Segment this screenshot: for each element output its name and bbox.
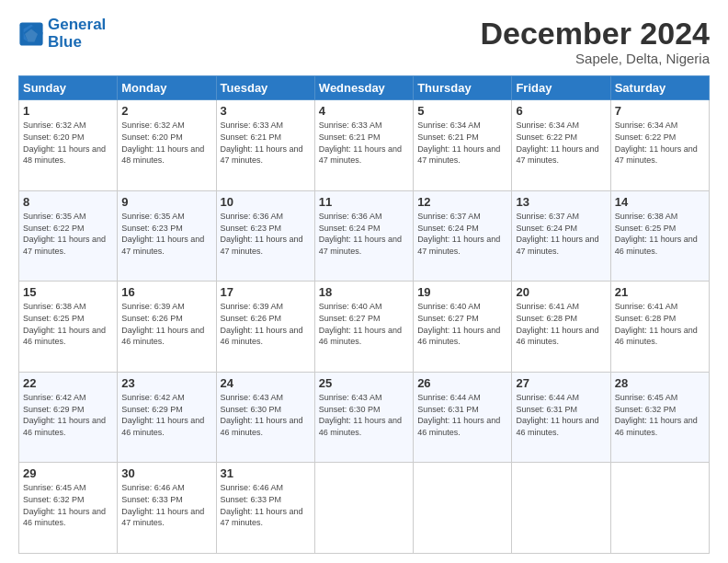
day-number: 14	[615, 195, 705, 209]
day-number: 22	[23, 376, 113, 390]
calendar-cell: 16Sunrise: 6:39 AMSunset: 6:26 PMDayligh…	[118, 282, 216, 373]
calendar-cell: 31Sunrise: 6:46 AMSunset: 6:33 PMDayligh…	[216, 463, 314, 554]
day-number: 13	[516, 195, 606, 209]
title-block: December 2024 Sapele, Delta, Nigeria	[480, 17, 710, 66]
day-number: 3	[221, 104, 311, 118]
calendar-cell: 29Sunrise: 6:45 AMSunset: 6:32 PMDayligh…	[19, 463, 118, 554]
calendar-cell: 13Sunrise: 6:37 AMSunset: 6:24 PMDayligh…	[512, 190, 610, 282]
day-info: Sunrise: 6:33 AMSunset: 6:21 PMDaylight:…	[221, 120, 311, 166]
calendar-cell: 23Sunrise: 6:42 AMSunset: 6:29 PMDayligh…	[118, 372, 216, 463]
calendar-cell: 22Sunrise: 6:42 AMSunset: 6:29 PMDayligh…	[19, 372, 118, 463]
calendar-cell: 14Sunrise: 6:38 AMSunset: 6:25 PMDayligh…	[610, 190, 709, 282]
calendar-cell: 28Sunrise: 6:45 AMSunset: 6:32 PMDayligh…	[610, 372, 709, 463]
day-number: 28	[615, 376, 705, 390]
day-number: 4	[319, 104, 409, 118]
day-number: 10	[221, 195, 311, 209]
calendar-cell: 1Sunrise: 6:32 AMSunset: 6:20 PMDaylight…	[19, 100, 118, 191]
day-number: 1	[23, 104, 113, 118]
calendar-cell: 20Sunrise: 6:41 AMSunset: 6:28 PMDayligh…	[512, 282, 610, 373]
calendar-cell: 27Sunrise: 6:44 AMSunset: 6:31 PMDayligh…	[512, 372, 610, 463]
calendar-cell: 6Sunrise: 6:34 AMSunset: 6:22 PMDaylight…	[512, 100, 610, 191]
calendar-cell	[610, 463, 709, 554]
day-number: 6	[516, 104, 606, 118]
day-number: 29	[23, 466, 113, 480]
weekday-row: SundayMondayTuesdayWednesdayThursdayFrid…	[19, 76, 710, 100]
weekday-header: Friday	[512, 76, 610, 100]
day-number: 23	[121, 376, 211, 390]
weekday-header: Wednesday	[314, 76, 413, 100]
day-number: 19	[417, 285, 507, 299]
weekday-header: Sunday	[19, 76, 118, 100]
weekday-header: Saturday	[610, 76, 709, 100]
day-number: 24	[221, 376, 311, 390]
day-number: 17	[221, 285, 311, 299]
day-number: 18	[319, 285, 409, 299]
calendar-week-row: 1Sunrise: 6:32 AMSunset: 6:20 PMDaylight…	[19, 100, 710, 191]
day-info: Sunrise: 6:35 AMSunset: 6:22 PMDaylight:…	[23, 211, 113, 257]
day-info: Sunrise: 6:35 AMSunset: 6:23 PMDaylight:…	[121, 211, 211, 257]
day-number: 27	[516, 376, 606, 390]
day-info: Sunrise: 6:33 AMSunset: 6:21 PMDaylight:…	[319, 120, 409, 166]
day-info: Sunrise: 6:34 AMSunset: 6:21 PMDaylight:…	[417, 120, 507, 166]
day-info: Sunrise: 6:44 AMSunset: 6:31 PMDaylight:…	[516, 392, 606, 438]
day-number: 8	[23, 195, 113, 209]
calendar-cell	[414, 463, 512, 554]
day-info: Sunrise: 6:43 AMSunset: 6:30 PMDaylight:…	[319, 392, 409, 438]
day-info: Sunrise: 6:42 AMSunset: 6:29 PMDaylight:…	[121, 392, 211, 438]
day-number: 2	[121, 104, 211, 118]
calendar-cell: 21Sunrise: 6:41 AMSunset: 6:28 PMDayligh…	[610, 282, 709, 373]
day-info: Sunrise: 6:46 AMSunset: 6:33 PMDaylight:…	[121, 482, 211, 528]
day-number: 30	[121, 466, 211, 480]
calendar-cell	[314, 463, 413, 554]
day-info: Sunrise: 6:40 AMSunset: 6:27 PMDaylight:…	[319, 301, 409, 347]
day-info: Sunrise: 6:37 AMSunset: 6:24 PMDaylight:…	[516, 211, 606, 257]
calendar-cell: 7Sunrise: 6:34 AMSunset: 6:22 PMDaylight…	[610, 100, 709, 191]
calendar-cell: 17Sunrise: 6:39 AMSunset: 6:26 PMDayligh…	[216, 282, 314, 373]
calendar-week-row: 29Sunrise: 6:45 AMSunset: 6:32 PMDayligh…	[19, 463, 710, 554]
calendar-week-row: 8Sunrise: 6:35 AMSunset: 6:22 PMDaylight…	[19, 190, 710, 282]
day-info: Sunrise: 6:38 AMSunset: 6:25 PMDaylight:…	[23, 301, 113, 347]
day-info: Sunrise: 6:38 AMSunset: 6:25 PMDaylight:…	[615, 211, 705, 257]
day-info: Sunrise: 6:36 AMSunset: 6:23 PMDaylight:…	[221, 211, 311, 257]
weekday-header: Thursday	[414, 76, 512, 100]
calendar-cell: 30Sunrise: 6:46 AMSunset: 6:33 PMDayligh…	[118, 463, 216, 554]
calendar-cell: 25Sunrise: 6:43 AMSunset: 6:30 PMDayligh…	[314, 372, 413, 463]
logo-icon	[18, 21, 44, 47]
day-info: Sunrise: 6:36 AMSunset: 6:24 PMDaylight:…	[319, 211, 409, 257]
calendar-cell: 5Sunrise: 6:34 AMSunset: 6:21 PMDaylight…	[414, 100, 512, 191]
calendar-week-row: 15Sunrise: 6:38 AMSunset: 6:25 PMDayligh…	[19, 282, 710, 373]
calendar-cell: 18Sunrise: 6:40 AMSunset: 6:27 PMDayligh…	[314, 282, 413, 373]
calendar-cell: 24Sunrise: 6:43 AMSunset: 6:30 PMDayligh…	[216, 372, 314, 463]
calendar-cell: 11Sunrise: 6:36 AMSunset: 6:24 PMDayligh…	[314, 190, 413, 282]
calendar-header: SundayMondayTuesdayWednesdayThursdayFrid…	[19, 76, 710, 100]
calendar-cell: 12Sunrise: 6:37 AMSunset: 6:24 PMDayligh…	[414, 190, 512, 282]
day-number: 20	[516, 285, 606, 299]
calendar-table: SundayMondayTuesdayWednesdayThursdayFrid…	[18, 75, 710, 554]
page: General Blue December 2024 Sapele, Delta…	[0, 0, 728, 563]
day-number: 9	[121, 195, 211, 209]
calendar-cell: 19Sunrise: 6:40 AMSunset: 6:27 PMDayligh…	[414, 282, 512, 373]
calendar-cell: 9Sunrise: 6:35 AMSunset: 6:23 PMDaylight…	[118, 190, 216, 282]
calendar-cell: 2Sunrise: 6:32 AMSunset: 6:20 PMDaylight…	[118, 100, 216, 191]
day-info: Sunrise: 6:44 AMSunset: 6:31 PMDaylight:…	[417, 392, 507, 438]
calendar-cell	[512, 463, 610, 554]
day-number: 7	[615, 104, 705, 118]
day-info: Sunrise: 6:39 AMSunset: 6:26 PMDaylight:…	[121, 301, 211, 347]
day-number: 25	[319, 376, 409, 390]
header: General Blue December 2024 Sapele, Delta…	[18, 17, 710, 66]
calendar-cell: 4Sunrise: 6:33 AMSunset: 6:21 PMDaylight…	[314, 100, 413, 191]
location: Sapele, Delta, Nigeria	[480, 51, 710, 66]
logo-line1: General	[48, 17, 106, 34]
day-info: Sunrise: 6:46 AMSunset: 6:33 PMDaylight:…	[221, 482, 311, 528]
calendar-cell: 8Sunrise: 6:35 AMSunset: 6:22 PMDaylight…	[19, 190, 118, 282]
logo: General Blue	[18, 17, 106, 51]
day-number: 16	[121, 285, 211, 299]
calendar-cell: 26Sunrise: 6:44 AMSunset: 6:31 PMDayligh…	[414, 372, 512, 463]
calendar-cell: 15Sunrise: 6:38 AMSunset: 6:25 PMDayligh…	[19, 282, 118, 373]
day-number: 31	[221, 466, 311, 480]
day-number: 5	[417, 104, 507, 118]
day-info: Sunrise: 6:45 AMSunset: 6:32 PMDaylight:…	[615, 392, 705, 438]
day-info: Sunrise: 6:39 AMSunset: 6:26 PMDaylight:…	[221, 301, 311, 347]
calendar-week-row: 22Sunrise: 6:42 AMSunset: 6:29 PMDayligh…	[19, 372, 710, 463]
day-info: Sunrise: 6:40 AMSunset: 6:27 PMDaylight:…	[417, 301, 507, 347]
